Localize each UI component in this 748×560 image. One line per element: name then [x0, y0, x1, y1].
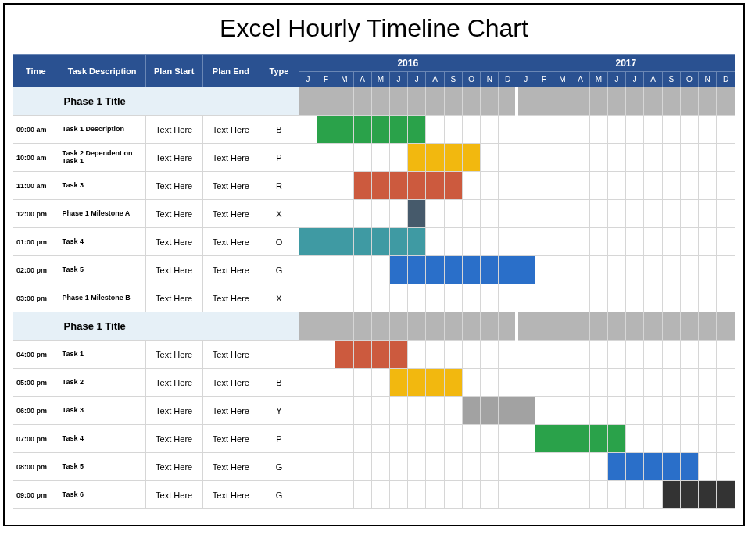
time-cell: 11:00 am [13, 172, 59, 200]
gantt-cell [644, 481, 662, 509]
type-cell: G [259, 256, 299, 284]
gantt-cell [426, 397, 444, 425]
gantt-cell [699, 425, 717, 453]
header-month: A [426, 72, 444, 87]
gantt-cell [553, 228, 571, 256]
gantt-cell [462, 397, 480, 425]
gantt-cell [680, 284, 698, 312]
gantt-cell [299, 228, 317, 256]
gantt-cell [644, 228, 662, 256]
gantt-cell [699, 341, 717, 369]
gantt-cell [680, 228, 698, 256]
gantt-cell [299, 453, 317, 481]
gantt-cell [535, 256, 553, 284]
gantt-cell [535, 397, 553, 425]
header-month: J [408, 72, 426, 87]
gantt-cell [644, 284, 662, 312]
table-row: 11:00 amTask 3Text HereText HereR [13, 172, 735, 200]
header-month: D [717, 72, 735, 87]
gantt-cell [408, 200, 426, 228]
gantt-cell [553, 116, 571, 144]
gantt-cell [481, 312, 499, 341]
type-cell: X [259, 200, 299, 228]
gantt-cell [299, 144, 317, 172]
gantt-cell [535, 341, 553, 369]
gantt-cell [371, 312, 389, 341]
gantt-cell [499, 397, 517, 425]
gantt-cell [317, 312, 335, 341]
gantt-cell [444, 341, 462, 369]
gantt-cell [699, 144, 717, 172]
time-cell: 07:00 pm [13, 425, 59, 453]
gantt-cell [662, 481, 680, 509]
table-row: 05:00 pmTask 2Text HereText HereB [13, 369, 735, 397]
gantt-cell [499, 425, 517, 453]
gantt-cell [371, 397, 389, 425]
gantt-cell [444, 116, 462, 144]
header-month: A [644, 72, 662, 87]
table-row: 08:00 pmTask 5Text HereText HereG [13, 453, 735, 481]
gantt-cell [535, 284, 553, 312]
header-month: O [680, 72, 698, 87]
gantt-cell [553, 312, 571, 341]
gantt-cell [353, 116, 371, 144]
gantt-cell [535, 453, 553, 481]
gantt-cell [462, 284, 480, 312]
gantt-cell [571, 228, 589, 256]
gantt-cell [426, 256, 444, 284]
header-month: N [481, 72, 499, 87]
gantt-cell [699, 256, 717, 284]
gantt-cell [517, 397, 535, 425]
gantt-cell [481, 228, 499, 256]
gantt-cell [553, 200, 571, 228]
gantt-cell [699, 481, 717, 509]
gantt-cell [353, 200, 371, 228]
gantt-cell [626, 341, 644, 369]
gantt-cell [353, 369, 371, 397]
gantt-cell [335, 397, 353, 425]
plan-start-cell: Text Here [145, 481, 202, 509]
gantt-cell [299, 312, 317, 341]
gantt-cell [571, 453, 589, 481]
plan-start-cell: Text Here [145, 144, 202, 172]
gantt-cell [607, 453, 625, 481]
time-cell: 02:00 pm [13, 256, 59, 284]
gantt-cell [444, 481, 462, 509]
gantt-cell [481, 284, 499, 312]
gantt-cell [571, 284, 589, 312]
gantt-cell [717, 228, 735, 256]
table-row: 01:00 pmTask 4Text HereText HereO [13, 228, 735, 256]
desc-cell: Task 4 [59, 425, 145, 453]
phase-time-cell [13, 312, 59, 341]
gantt-cell [607, 341, 625, 369]
plan-start-cell: Text Here [145, 116, 202, 144]
gantt-cell [444, 425, 462, 453]
gantt-cell [335, 284, 353, 312]
gantt-cell [426, 172, 444, 200]
gantt-cell [317, 369, 335, 397]
header-type: Type [259, 55, 299, 87]
gantt-cell [662, 453, 680, 481]
gantt-cell [662, 87, 680, 116]
plan-start-cell: Text Here [145, 284, 202, 312]
gantt-cell [553, 481, 571, 509]
gantt-cell [444, 172, 462, 200]
gantt-cell [462, 200, 480, 228]
gantt-cell [607, 425, 625, 453]
gantt-cell [389, 87, 407, 116]
gantt-cell [371, 341, 389, 369]
header-month: A [353, 72, 371, 87]
gantt-cell [408, 284, 426, 312]
gantt-cell [626, 144, 644, 172]
gantt-cell [335, 116, 353, 144]
gantt-cell [680, 87, 698, 116]
gantt-cell [408, 144, 426, 172]
type-cell: R [259, 172, 299, 200]
gantt-cell [299, 397, 317, 425]
header-time: Time [13, 55, 59, 87]
gantt-cell [389, 172, 407, 200]
time-cell: 09:00 am [13, 116, 59, 144]
gantt-cell [589, 172, 607, 200]
gantt-cell [699, 312, 717, 341]
gantt-cell [535, 172, 553, 200]
